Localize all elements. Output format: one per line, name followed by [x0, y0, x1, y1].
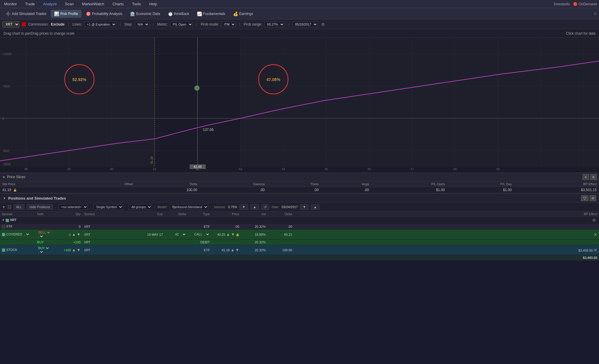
economic-label: Economic Data — [136, 12, 160, 16]
xrt-group-checkbox[interactable] — [6, 219, 9, 222]
covered-checkbox[interactable] — [2, 233, 5, 236]
positions-controls: ▼ ALL Hide Positions , <no selected> , S… — [0, 203, 599, 211]
stock-qty-down[interactable]: ▼ — [77, 248, 81, 252]
menu-monitor[interactable]: Monitor — [2, 1, 19, 7]
stk-checkbox[interactable] — [2, 225, 5, 228]
toolbar-menu-icon[interactable]: ≡ — [593, 11, 597, 17]
prob-mode-select[interactable]: ITM — [221, 22, 236, 27]
side-covered: SELL , — [35, 230, 59, 240]
date-select[interactable]: 05/20/2017 — [292, 22, 318, 27]
investools-label: Investools — [554, 2, 570, 6]
metric-select[interactable]: P/L Open — [170, 22, 193, 27]
risk-profile-button[interactable]: 📊 Risk Profile — [51, 10, 81, 18]
type-stk: ETF — [188, 224, 212, 230]
menu-charts[interactable]: Charts — [111, 1, 126, 7]
menu-help[interactable]: Help — [147, 1, 159, 7]
thinkback-button[interactable]: ⏱️ thinkBack — [165, 10, 193, 18]
covered-remove-icon[interactable]: ✕ — [594, 232, 597, 237]
vol-covered: 18.89% — [241, 230, 267, 240]
type-buy: DEBIT — [188, 240, 212, 245]
symbol-settings-icon[interactable]: ⚙ — [320, 22, 326, 27]
col-stk-price: Stk Price — [0, 181, 80, 187]
positions-menu-button[interactable]: ≡ — [590, 195, 596, 201]
symbol-badge — [22, 22, 26, 26]
chart-area[interactable]: 41.19 42.49 137.06 +1000 +500 0 -500 -10… — [0, 38, 599, 173]
positions-title: Positions and Simulated Trades — [8, 196, 66, 200]
covered-qty-down[interactable]: ▼ — [77, 232, 81, 237]
stock-remove-icon[interactable]: ✕ — [594, 248, 597, 252]
stock-checkbox[interactable] — [2, 248, 5, 252]
price-slices-header: ▼ Price Slices + ≡ — [0, 173, 599, 181]
positions-row-toggle[interactable]: ▼ — [2, 205, 5, 209]
svg-text:47.08%: 47.08% — [266, 77, 280, 82]
price-up-btn[interactable]: ▲ — [226, 232, 230, 237]
prob-range-select[interactable]: 68.27% — [265, 22, 285, 27]
svg-text:45: 45 — [324, 167, 328, 171]
date-up-btn[interactable]: ▲ — [311, 204, 319, 210]
all-groups-select[interactable]: All groups — [129, 204, 152, 210]
price-slices-table: Stk Price Offset Delta Gamma Theta Vega … — [0, 181, 599, 193]
fundamentals-button[interactable]: 📈 Fundamentals — [194, 10, 229, 18]
covered-side-select[interactable]: SELL — [37, 230, 51, 235]
interest-down-btn[interactable]: ▼ — [240, 204, 248, 210]
positions-toggle[interactable]: ▼ — [3, 197, 6, 200]
delta-covered: 60.21 — [267, 230, 294, 240]
menu-trade[interactable]: Trade — [23, 1, 36, 7]
economic-data-button[interactable]: 🏛️ Economic Data — [127, 10, 163, 18]
delta-buy — [267, 240, 294, 245]
price-slices-toggle[interactable]: ▼ — [2, 176, 5, 179]
table-row: STK 0 XRT ETF .00 20.32% .00 — [0, 224, 599, 230]
delta-stk: .00 — [267, 224, 294, 230]
positions-filter-icon[interactable]: ▽ — [581, 195, 588, 201]
spread-stock: STOCK — [0, 245, 35, 255]
fundamentals-icon: 📈 — [197, 11, 202, 16]
lines-select[interactable]: +1 @ Expiration — [84, 22, 116, 27]
price-slices-add-button[interactable]: + — [583, 174, 589, 180]
bp-covered: ✕ — [294, 230, 599, 240]
stock-qty-up[interactable]: ▲ — [72, 248, 76, 252]
price-slices-menu-button[interactable]: ≡ — [590, 174, 597, 180]
covered-spread-select[interactable]: , — [23, 232, 30, 236]
interest-reset-btn[interactable]: ↺ — [261, 204, 269, 210]
model-select[interactable]: Bjerksund-Stensland — [170, 204, 208, 210]
probability-analysis-button[interactable]: 🎯 Probability Analysis — [83, 10, 126, 18]
covered-side2-select[interactable]: , — [37, 235, 44, 238]
stock-price-down[interactable]: ▼ — [235, 248, 239, 252]
svg-text:42: 42 — [196, 167, 199, 171]
svg-text:38: 38 — [24, 167, 28, 171]
col-symbol: Symbol — [82, 211, 129, 217]
price-down-btn[interactable]: ▼ — [231, 232, 235, 237]
col-pl-open: P/L Open — [371, 181, 447, 187]
type-select[interactable]: , — [203, 232, 210, 236]
col-offset: Offset — [80, 181, 135, 187]
col-strike: Strike — [165, 211, 188, 217]
xrt-group-toggle[interactable]: ▼ — [2, 218, 5, 222]
strike-select[interactable]: , — [180, 232, 186, 236]
selected-select[interactable]: <no selected> — [58, 204, 88, 210]
stock-price-up[interactable]: ▲ — [231, 248, 235, 252]
menu-tools[interactable]: Tools — [130, 1, 143, 7]
all-button[interactable]: ALL — [14, 204, 25, 210]
symbol-select[interactable]: XRT — [2, 21, 19, 28]
group-row-xrt: ▼ XRT ⚙ — [0, 217, 599, 224]
single-symbol-select[interactable]: Single Symbol — [93, 204, 123, 210]
menu-scan[interactable]: Scan — [63, 1, 76, 7]
step-select[interactable]: N/A — [135, 22, 149, 27]
covered-qty-up[interactable]: ▲ — [72, 232, 76, 237]
xrt-gear-btn[interactable]: ⚙ — [294, 217, 599, 224]
hide-positions-button[interactable]: Hide Positions — [27, 204, 53, 210]
earnings-button[interactable]: 💰 Earnings — [230, 10, 256, 18]
row-pl-open: $1.00 — [371, 187, 447, 193]
spread-buy — [0, 240, 35, 245]
menu-analyze[interactable]: Analyze — [41, 1, 58, 7]
add-simulated-trades-button[interactable]: ➕ Add Simulated Trades — [2, 10, 50, 18]
stock-side-select[interactable]: BUY — [37, 246, 50, 250]
stock-side2-select[interactable]: , — [37, 250, 44, 254]
interest-up-btn[interactable]: ▲ — [250, 204, 259, 210]
positions-checkbox[interactable] — [8, 205, 11, 209]
type-stock: ETF — [188, 245, 212, 255]
date-down-btn[interactable]: ▼ — [300, 204, 309, 210]
table-row: STOCK BUY , +100 ▲ ▼ XRT ETF — [0, 245, 599, 255]
risk-profile-label: Risk Profile — [60, 12, 78, 16]
menu-marketwatch[interactable]: MarketWatch — [80, 1, 106, 7]
